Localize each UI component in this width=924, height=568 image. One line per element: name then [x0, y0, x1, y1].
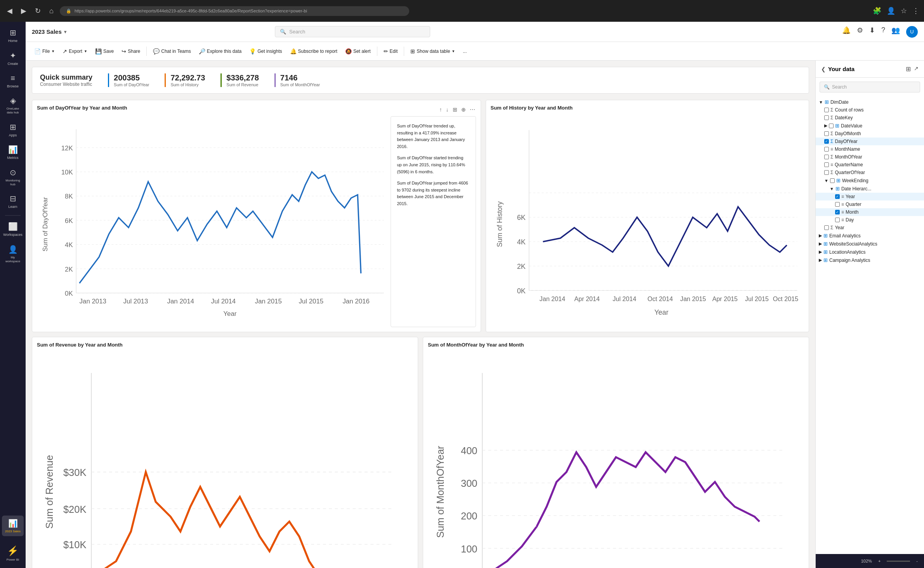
- share-label: Share: [128, 49, 140, 54]
- chart1-header: Sum of DayOfYear by Year and Month ↑ ↓ ⊞…: [37, 105, 476, 114]
- tree-item-quarterofyear[interactable]: Σ QuarterOfYear: [816, 169, 924, 176]
- tree-item-datekey[interactable]: Σ DateKey: [816, 114, 924, 122]
- sidebar-item-monitoring[interactable]: ⊙ Monitoring hub: [2, 165, 24, 189]
- sidebar-item-onelake[interactable]: ◈ OneLake data hub: [2, 93, 24, 117]
- home-button[interactable]: ⌂: [47, 5, 56, 17]
- panel-collapse-icon[interactable]: ❮: [821, 66, 826, 72]
- tree-item-monthname[interactable]: ≡ MonthName: [816, 145, 924, 153]
- tree-item-email-analytics[interactable]: ▶ ⊞ Email Analytics: [816, 232, 924, 240]
- sidebar-item-apps[interactable]: ⊞ Apps: [2, 119, 24, 141]
- file-button[interactable]: 📄 File ▼: [31, 46, 58, 56]
- expand-icon[interactable]: ⊞: [452, 106, 458, 113]
- tree-item-dimdate[interactable]: ▼ ⊞ DimDate: [816, 98, 924, 106]
- metric-revenue-label: Sum of Revenue: [226, 82, 259, 87]
- search-bar[interactable]: 🔍 Search: [275, 26, 430, 37]
- tree-item-day-hier[interactable]: ≡ Day: [816, 216, 924, 224]
- panel-expand-icon[interactable]: ↗: [914, 65, 919, 73]
- forward-button[interactable]: ▶: [19, 5, 29, 17]
- tree-item-month-hier[interactable]: ✓ ≡ Month: [816, 208, 924, 216]
- back-button[interactable]: ◀: [5, 5, 15, 17]
- year-hier-checkbox[interactable]: ✓: [835, 194, 840, 199]
- export-button[interactable]: ↗ Export ▼: [59, 46, 90, 56]
- dropdown-icon[interactable]: ▼: [63, 30, 68, 34]
- chart-monthofyear-card: Sum of MonthOfYear by Year and Month 0 1…: [423, 337, 809, 568]
- tree-item-year-hier[interactable]: ✓ ≡ Year: [816, 193, 924, 200]
- metric-monthofyear: 7146 Sum of MonthOfYear: [274, 73, 320, 87]
- user-avatar[interactable]: U: [906, 26, 918, 38]
- tree-item-monthofyear[interactable]: Σ MonthOfYear: [816, 153, 924, 161]
- set-alert-button[interactable]: 🔕 Set alert: [342, 46, 374, 56]
- zoom-out-button[interactable]: -: [916, 559, 918, 563]
- sidebar-item-home[interactable]: ⊞ Home: [2, 25, 24, 46]
- notification-icon[interactable]: 🔔: [842, 26, 851, 38]
- tree-item-datevalue[interactable]: ▶ ⊞ DateValue: [816, 122, 924, 130]
- sidebar-item-metrics[interactable]: 📊 Metrics: [2, 142, 24, 163]
- sidebar-item-current-report[interactable]: 📊 2023 Sales: [2, 516, 24, 537]
- bookmark-icon[interactable]: ☆: [901, 7, 907, 15]
- year-field-icon: Σ: [830, 225, 833, 230]
- sort-asc-icon[interactable]: ↑: [439, 106, 443, 113]
- zoom-slider[interactable]: [887, 561, 910, 562]
- sidebar-label-apps: Apps: [9, 133, 17, 138]
- refresh-button[interactable]: ↻: [33, 5, 43, 17]
- save-button[interactable]: 💾 Save: [92, 46, 117, 56]
- settings-icon[interactable]: ⚙: [857, 26, 863, 38]
- dayofmonth-checkbox[interactable]: [824, 131, 829, 136]
- tree-item-campaign-analytics[interactable]: ▶ ⊞ Campaign Analytics: [816, 256, 924, 264]
- tree-item-count-rows[interactable]: Σ Count of rows: [816, 106, 924, 114]
- dayofyear-checkbox[interactable]: ✓: [824, 139, 829, 144]
- edit-button[interactable]: ✏ Edit: [380, 46, 401, 56]
- filter-search-bar[interactable]: 🔍 Search: [820, 82, 920, 92]
- dayofmonth-icon: Σ: [830, 131, 833, 136]
- help-icon[interactable]: ?: [881, 26, 885, 38]
- tree-item-quartername[interactable]: ≡ QuarterName: [816, 161, 924, 169]
- year-field-checkbox[interactable]: [824, 225, 829, 230]
- monthofyear-checkbox[interactable]: [824, 155, 829, 159]
- tree-item-year-field[interactable]: Σ Year: [816, 224, 924, 232]
- tree-item-website-analytics[interactable]: ▶ ⊞ WebsiteSocialAnalytics: [816, 240, 924, 248]
- sidebar-item-create[interactable]: ✦ Create: [2, 48, 24, 69]
- quartername-checkbox[interactable]: [824, 162, 829, 167]
- datevalue-checkbox[interactable]: [829, 124, 834, 128]
- get-insights-button[interactable]: 💡 Get insights: [246, 46, 285, 56]
- show-data-button[interactable]: ⊞ Show data table ▼: [407, 46, 458, 56]
- subscribe-button[interactable]: 🔔 Subscribe to report: [287, 46, 340, 56]
- quarter-hier-checkbox[interactable]: [835, 202, 840, 207]
- share-person-icon[interactable]: 👥: [891, 26, 900, 38]
- tree-item-datehierarc[interactable]: ▼ ⊞ Date Hierarc...: [816, 185, 924, 193]
- chat-teams-button[interactable]: 💬 Chat in Teams: [150, 46, 194, 56]
- extensions-icon[interactable]: 🧩: [873, 7, 881, 15]
- quarterofyear-checkbox[interactable]: [824, 170, 829, 175]
- datekey-checkbox[interactable]: [824, 115, 829, 120]
- panel-view-toggle[interactable]: ⊞: [906, 65, 911, 73]
- tree-item-quarter-hier[interactable]: ≡ Quarter: [816, 200, 924, 208]
- datevalue-label: DateValue: [841, 123, 862, 129]
- charts-row-2: Sum of Revenue by Year and Month $0K $10…: [32, 337, 809, 568]
- tree-item-weekending[interactable]: ▼ ⊞ WeekEnding: [816, 176, 924, 185]
- sidebar-item-learn[interactable]: ⊟ Learn: [2, 191, 24, 212]
- explore-data-button[interactable]: 🔎 Explore this data: [196, 46, 245, 56]
- day-hier-checkbox[interactable]: [835, 218, 840, 222]
- subscribe-icon: 🔔: [290, 48, 297, 54]
- tree-item-dayofmonth[interactable]: Σ DayOfMonth: [816, 130, 924, 138]
- tree-item-location-analytics[interactable]: ▶ ⊞ LocationAnalytics: [816, 248, 924, 256]
- sidebar-item-workspaces[interactable]: ⬜ Workspaces: [2, 219, 24, 240]
- count-rows-checkbox[interactable]: [824, 108, 829, 112]
- sidebar-item-myworkspace[interactable]: 👤 My workspace: [2, 242, 24, 266]
- month-hier-checkbox[interactable]: ✓: [835, 210, 840, 214]
- tree-item-dayofyear[interactable]: ✓ Σ DayOfYear: [816, 138, 924, 145]
- monthname-checkbox[interactable]: [824, 147, 829, 152]
- url-bar[interactable]: 🔒 https://app.powerbi.com/groups/me/repo…: [60, 6, 409, 16]
- share-button[interactable]: ↪ Share: [118, 46, 143, 56]
- drill-icon[interactable]: ⊕: [460, 106, 467, 113]
- settings-icon[interactable]: ⋮: [912, 7, 919, 15]
- datekey-icon: Σ: [830, 115, 833, 120]
- sidebar-item-browse[interactable]: ≡ Browse: [2, 71, 24, 92]
- zoom-in-button[interactable]: +: [878, 559, 881, 563]
- profile-icon[interactable]: 👤: [887, 7, 895, 15]
- more-icon[interactable]: ⋯: [469, 106, 476, 113]
- weekending-checkbox[interactable]: [830, 178, 835, 183]
- download-icon[interactable]: ⬇: [869, 26, 875, 38]
- sort-desc-icon[interactable]: ↓: [445, 106, 450, 113]
- more-button[interactable]: ...: [460, 47, 470, 56]
